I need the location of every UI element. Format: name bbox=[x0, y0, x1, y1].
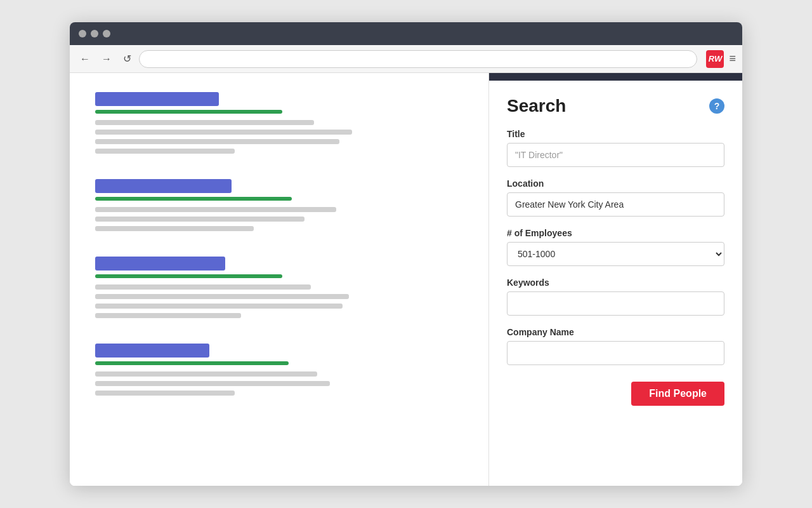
search-panel: Search ? Title Location # of Employees bbox=[488, 73, 742, 486]
result-line bbox=[95, 371, 317, 377]
employees-select[interactable]: 501-1000 1-10 11-50 51-200 201-500 1001-… bbox=[507, 242, 724, 266]
title-input[interactable] bbox=[507, 143, 724, 167]
refresh-button[interactable]: ↺ bbox=[119, 50, 135, 67]
result-line bbox=[95, 304, 343, 309]
result-line bbox=[95, 294, 349, 299]
result-title-bar bbox=[95, 179, 232, 193]
employees-label: # of Employees bbox=[507, 228, 724, 238]
list-item bbox=[95, 344, 463, 396]
hamburger-icon[interactable]: ≡ bbox=[729, 52, 736, 65]
result-line bbox=[95, 207, 336, 212]
result-title-bar bbox=[95, 92, 219, 106]
find-people-button[interactable]: Find People bbox=[631, 382, 724, 406]
search-title-row: Search ? bbox=[507, 96, 724, 116]
result-line bbox=[95, 381, 330, 386]
keywords-label: Keywords bbox=[507, 277, 724, 288]
search-panel-header bbox=[489, 73, 742, 81]
traffic-light-close[interactable] bbox=[79, 30, 86, 37]
location-input[interactable] bbox=[507, 192, 724, 217]
title-bar bbox=[70, 22, 742, 45]
employees-form-group: # of Employees 501-1000 1-10 11-50 51-20… bbox=[507, 228, 724, 266]
title-label: Title bbox=[507, 129, 724, 139]
result-line bbox=[95, 313, 241, 318]
submit-row: Find People bbox=[507, 377, 724, 406]
result-line bbox=[95, 130, 352, 135]
main-content: Search ? Title Location # of Employees bbox=[70, 73, 742, 486]
result-line bbox=[95, 226, 254, 231]
company-label: Company Name bbox=[507, 327, 724, 337]
result-subtitle-bar bbox=[95, 197, 292, 201]
search-panel-body: Search ? Title Location # of Employees bbox=[489, 81, 742, 424]
result-line bbox=[95, 217, 304, 222]
result-subtitle-bar bbox=[95, 274, 282, 278]
list-item bbox=[95, 179, 463, 231]
rw-logo: RW bbox=[706, 50, 724, 68]
result-title-bar bbox=[95, 344, 209, 358]
result-line bbox=[95, 120, 314, 125]
keywords-form-group: Keywords bbox=[507, 277, 724, 316]
nav-right: RW ≡ bbox=[706, 50, 736, 68]
location-label: Location bbox=[507, 178, 724, 189]
browser-window: ← → ↺ RW ≡ bbox=[70, 22, 742, 486]
company-input[interactable] bbox=[507, 341, 724, 365]
address-bar[interactable] bbox=[139, 50, 697, 68]
search-title: Search bbox=[507, 96, 566, 116]
keywords-input[interactable] bbox=[507, 291, 724, 316]
help-icon[interactable]: ? bbox=[709, 98, 724, 114]
list-item bbox=[95, 257, 463, 318]
back-button[interactable]: ← bbox=[76, 51, 94, 67]
company-form-group: Company Name bbox=[507, 327, 724, 365]
traffic-light-maximize[interactable] bbox=[103, 30, 110, 37]
forward-button[interactable]: → bbox=[98, 51, 115, 67]
location-form-group: Location bbox=[507, 178, 724, 217]
result-line bbox=[95, 139, 339, 144]
result-subtitle-bar bbox=[95, 361, 289, 365]
traffic-light-minimize[interactable] bbox=[91, 30, 98, 37]
result-line bbox=[95, 149, 235, 154]
list-item bbox=[95, 92, 463, 154]
result-line bbox=[95, 391, 235, 396]
title-form-group: Title bbox=[507, 129, 724, 167]
result-subtitle-bar bbox=[95, 110, 282, 114]
nav-bar: ← → ↺ RW ≡ bbox=[70, 45, 742, 73]
result-line bbox=[95, 284, 311, 290]
results-panel bbox=[70, 73, 488, 486]
result-title-bar bbox=[95, 257, 225, 271]
